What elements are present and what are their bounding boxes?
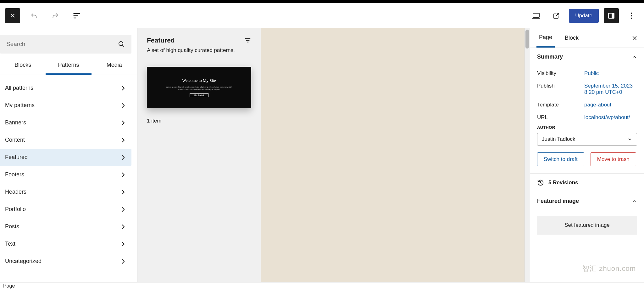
category-label: Text xyxy=(5,241,15,247)
pattern-thumb-text: Lorem ipsum dolor sit amet consectetur a… xyxy=(164,86,234,91)
inserter-search[interactable] xyxy=(0,35,131,54)
category-label: Portfolio xyxy=(5,206,26,213)
author-select[interactable]: Justin Tadlock xyxy=(537,133,637,146)
tab-media[interactable]: Media xyxy=(92,57,137,75)
category-portfolio[interactable]: Portfolio xyxy=(0,201,131,218)
svg-rect-0 xyxy=(533,13,539,17)
undo-button[interactable] xyxy=(26,8,42,23)
chevron-right-icon xyxy=(121,259,125,264)
pattern-thumb-title: Welcome to My Site xyxy=(182,78,216,83)
pattern-preview-item[interactable]: Welcome to My Site Lorem ipsum dolor sit… xyxy=(147,67,251,108)
url-value[interactable]: localhost/wp/about/ xyxy=(584,114,637,121)
external-link-icon xyxy=(552,12,560,20)
search-icon xyxy=(118,40,125,48)
settings-tab-page[interactable]: Page xyxy=(536,28,555,48)
category-uncategorized[interactable]: Uncategorized xyxy=(0,253,131,270)
settings-close-button[interactable] xyxy=(631,35,638,41)
category-text[interactable]: Text xyxy=(0,235,131,253)
template-value[interactable]: page-about xyxy=(584,102,637,108)
chevron-down-icon xyxy=(627,137,632,142)
featured-image-panel: Featured image Set featured image xyxy=(530,192,644,235)
settings-panel: Page Block Summary Visibility Public xyxy=(530,28,644,282)
chevron-right-icon xyxy=(121,224,125,230)
switch-to-draft-button[interactable]: Switch to draft xyxy=(537,152,584,166)
patterns-title: Featured xyxy=(147,37,175,44)
patterns-filter-button[interactable] xyxy=(244,37,251,44)
featured-image-toggle[interactable]: Featured image xyxy=(530,192,644,210)
redo-button[interactable] xyxy=(48,8,63,23)
category-my-patterns[interactable]: My patterns xyxy=(0,97,131,114)
chevron-right-icon xyxy=(121,137,125,143)
device-icon xyxy=(532,12,541,19)
pattern-categories[interactable]: All patternsMy patternsBannersContentFea… xyxy=(0,75,137,282)
category-label: All patterns xyxy=(5,85,33,91)
document-overview-button[interactable] xyxy=(69,8,84,23)
visibility-value[interactable]: Public xyxy=(584,70,637,77)
settings-tab-block[interactable]: Block xyxy=(562,28,581,48)
editor-canvas[interactable] xyxy=(261,28,530,282)
category-footers[interactable]: Footers xyxy=(0,166,131,183)
list-view-icon xyxy=(72,11,81,20)
move-to-trash-button[interactable]: Move to trash xyxy=(591,152,636,166)
view-button[interactable] xyxy=(529,8,544,23)
tab-patterns[interactable]: Patterns xyxy=(46,57,91,75)
url-label: URL xyxy=(537,114,584,121)
revisions-label: 5 Revisions xyxy=(548,180,578,186)
category-label: Content xyxy=(5,137,25,143)
publish-value[interactable]: September 15, 2023 8:20 pm UTC+0 xyxy=(584,83,637,95)
chevron-up-icon xyxy=(631,54,637,60)
category-label: My patterns xyxy=(5,102,35,109)
chevron-right-icon xyxy=(121,241,125,247)
svg-point-4 xyxy=(631,15,632,16)
chevron-right-icon xyxy=(121,120,125,126)
toolbar-left xyxy=(5,8,84,23)
category-headers[interactable]: Headers xyxy=(0,183,131,201)
featured-image-heading: Featured image xyxy=(537,198,579,204)
close-icon xyxy=(631,35,638,41)
category-content[interactable]: Content xyxy=(0,131,131,149)
summary-heading: Summary xyxy=(537,54,563,60)
category-featured[interactable]: Featured xyxy=(0,149,131,166)
chevron-right-icon xyxy=(121,103,125,108)
editor-toolbar: Update xyxy=(0,3,644,28)
pattern-thumb-button: Get Started xyxy=(190,93,209,97)
url-row: URL localhost/wp/about/ xyxy=(537,111,637,124)
filter-icon xyxy=(244,37,251,44)
toolbar-right: Update xyxy=(529,8,639,23)
chevron-right-icon xyxy=(121,172,125,178)
svg-point-3 xyxy=(631,12,632,14)
category-all-patterns[interactable]: All patterns xyxy=(0,79,131,97)
category-label: Posts xyxy=(5,223,19,230)
category-posts[interactable]: Posts xyxy=(0,218,131,235)
options-button[interactable] xyxy=(624,8,639,23)
view-page-button[interactable] xyxy=(549,8,564,23)
visibility-row: Visibility Public xyxy=(537,67,637,80)
revisions-button[interactable]: 5 Revisions xyxy=(530,174,644,192)
chevron-right-icon xyxy=(121,189,125,195)
canvas-scrollbar-track xyxy=(525,28,530,282)
svg-rect-2 xyxy=(612,13,614,18)
block-inserter: Blocks Patterns Media All patternsMy pat… xyxy=(0,28,137,282)
category-banners[interactable]: Banners xyxy=(0,114,131,131)
publish-label: Publish xyxy=(537,83,584,89)
summary-toggle[interactable]: Summary xyxy=(530,48,644,66)
settings-toggle-button[interactable] xyxy=(604,8,619,23)
editor-footer-breadcrumb[interactable]: Page xyxy=(0,282,644,291)
sidebar-icon xyxy=(608,12,615,20)
tab-blocks[interactable]: Blocks xyxy=(0,57,46,75)
canvas-scrollbar-thumb[interactable] xyxy=(525,30,529,48)
close-inserter-button[interactable] xyxy=(5,8,20,23)
update-button[interactable]: Update xyxy=(569,9,599,23)
category-label: Footers xyxy=(5,171,24,178)
redo-icon xyxy=(51,12,59,20)
author-label: AUTHOR xyxy=(537,125,637,130)
undo-icon xyxy=(30,12,38,20)
search-input[interactable] xyxy=(6,41,118,48)
editor-main: Blocks Patterns Media All patternsMy pat… xyxy=(0,28,644,282)
svg-point-5 xyxy=(631,17,632,19)
visibility-label: Visibility xyxy=(537,70,584,77)
set-featured-image-button[interactable]: Set featured image xyxy=(537,216,637,235)
close-icon xyxy=(9,12,16,19)
summary-panel: Summary Visibility Public Publish Septem… xyxy=(530,48,644,174)
category-label: Banners xyxy=(5,119,26,126)
